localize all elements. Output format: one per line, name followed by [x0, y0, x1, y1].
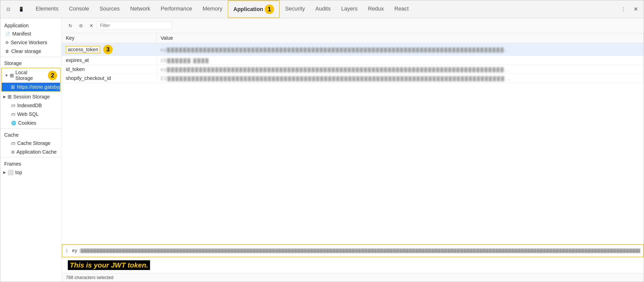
line-number: 1 — [65, 248, 68, 253]
value-cell: ey▓▓▓▓▓▓▓▓▓▓▓▓▓▓▓▓▓▓▓▓▓▓▓▓▓▓▓▓▓▓▓▓▓▓▓▓▓▓… — [156, 43, 644, 56]
main-content: Application 📄 Manifest ⚙ Service Workers… — [0, 18, 644, 282]
sidebar-item-manifest[interactable]: 📄 Manifest — [0, 30, 62, 38]
indexeddb-icon: 🗃 — [11, 103, 15, 108]
idtoken-value-blurred: ey▓▓▓▓▓▓▓▓▓▓▓▓▓▓▓▓▓▓▓▓▓▓▓▓▓▓▓▓▓▓▓▓▓▓▓▓▓▓… — [161, 67, 510, 72]
manifest-icon: 📄 — [5, 32, 10, 36]
clear-storage-icon: 🗑 — [5, 49, 9, 54]
sidebar-item-app-cache[interactable]: ⊞ Application Cache — [0, 148, 62, 156]
preview-pane: 1 ey ▓▓▓▓▓▓▓▓▓▓▓▓▓▓▓▓▓▓▓▓▓▓▓▓▓▓▓▓▓▓▓▓▓▓▓… — [62, 244, 644, 273]
value-cell: 15▓▓▓▓▓▓ ▓▓▓▓ — [156, 56, 644, 65]
annotation-2-badge: 2 — [48, 71, 57, 80]
app-cache-icon: ⊞ — [11, 150, 14, 154]
sidebar-item-clear-storage[interactable]: 🗑 Clear storage — [0, 47, 62, 56]
expires-value-blurred: 15▓▓▓▓▓▓ ▓▓▓▓ — [161, 58, 209, 63]
service-workers-icon: ⚙ — [5, 40, 9, 45]
tab-application[interactable]: Application 1 — [228, 0, 280, 18]
websql-icon: 🗃 — [11, 112, 15, 117]
right-panel: ↻ ⊘ ✕ Key Value — [62, 18, 644, 282]
table-header-row: Key Value — [62, 33, 644, 43]
jwt-annotation-text: This is your JWT token. — [62, 257, 644, 273]
token-preview-value: ey ▓▓▓▓▓▓▓▓▓▓▓▓▓▓▓▓▓▓▓▓▓▓▓▓▓▓▓▓▓▓▓▓▓▓▓▓▓… — [72, 248, 640, 253]
frame-icon: ⬜ — [8, 169, 14, 175]
key-cell: expires_at — [62, 56, 156, 65]
storage-section-title: Storage — [0, 58, 62, 67]
access-token-key: access_token — [66, 46, 100, 53]
tab-layers[interactable]: Layers — [336, 0, 362, 18]
close-devtools-button[interactable]: ✕ — [630, 3, 642, 15]
key-cell: shopify_checkout_id — [62, 74, 156, 83]
cache-storage-icon: 🗃 — [11, 141, 15, 146]
divider-3 — [0, 157, 62, 158]
table-row[interactable]: access_token 3 ey▓▓▓▓▓▓▓▓▓▓▓▓▓▓▓▓▓▓▓▓▓▓▓… — [62, 43, 644, 56]
cookies-icon: 🌐 — [11, 121, 16, 125]
panel-toolbar: ↻ ⊘ ✕ — [62, 18, 644, 33]
status-bar: 788 characters selected — [62, 273, 644, 282]
table-row[interactable]: expires_at 15▓▓▓▓▓▓ ▓▓▓▓ — [62, 56, 644, 65]
tab-bar: ⊡ 📱 Elements Console Sources Network Per… — [0, 0, 644, 18]
expand-arrow-icon: ▼ — [5, 73, 8, 77]
divider-1 — [0, 57, 62, 57]
sidebar-item-service-workers[interactable]: ⚙ Service Workers — [0, 38, 62, 47]
session-expand-arrow-icon: ▶ — [3, 95, 6, 99]
app-section-title: Application — [0, 20, 62, 30]
token-value-blurred: ey▓▓▓▓▓▓▓▓▓▓▓▓▓▓▓▓▓▓▓▓▓▓▓▓▓▓▓▓▓▓▓▓▓▓▓▓▓▓… — [161, 47, 510, 52]
tab-audits[interactable]: Audits — [310, 0, 336, 18]
frames-section-title: Frames — [0, 159, 62, 168]
divider-2 — [0, 128, 62, 129]
frames-arrow-icon: ▶ — [3, 170, 6, 174]
tab-network[interactable]: Network — [125, 0, 155, 18]
col-key-header: Key — [62, 33, 156, 43]
frames-top-expand[interactable]: ▶ ⬜ top — [0, 168, 62, 177]
table-row[interactable]: shopify_checkout_id Z2▓▓▓▓▓▓▓▓▓▓▓▓▓▓▓▓▓▓… — [62, 74, 644, 83]
local-storage-expand[interactable]: ▼ ⊞ Local Storage 2 — [2, 68, 60, 83]
annotation-1-badge: 1 — [265, 5, 274, 14]
annotation-3-badge: 3 — [103, 45, 113, 54]
tab-console[interactable]: Console — [64, 0, 94, 18]
tab-redux[interactable]: Redux — [363, 0, 389, 18]
local-storage-url-icon: ⊞ — [11, 84, 15, 90]
storage-table-container: Key Value access_token 3 — [62, 33, 644, 244]
col-value-header: Value — [156, 33, 644, 43]
session-storage-group: ▶ ⊞ Session Storage — [0, 92, 62, 101]
stop-button[interactable]: ⊘ — [76, 21, 85, 30]
tab-security[interactable]: Security — [280, 0, 310, 18]
token-blurred-part: ▓▓▓▓▓▓▓▓▓▓▓▓▓▓▓▓▓▓▓▓▓▓▓▓▓▓▓▓▓▓▓▓▓▓▓▓▓▓▓▓… — [77, 248, 640, 253]
tab-react[interactable]: React — [389, 0, 414, 18]
more-tabs-button[interactable]: ⋮ — [617, 3, 629, 15]
value-cell: Z2▓▓▓▓▓▓▓▓▓▓▓▓▓▓▓▓▓▓▓▓▓▓▓▓▓▓▓▓▓▓▓▓▓▓▓▓▓▓… — [156, 74, 644, 83]
devtools-icons: ⊡ 📱 — [2, 3, 27, 15]
token-preview-row[interactable]: 1 ey ▓▓▓▓▓▓▓▓▓▓▓▓▓▓▓▓▓▓▓▓▓▓▓▓▓▓▓▓▓▓▓▓▓▓▓… — [62, 244, 644, 257]
storage-table: Key Value access_token 3 — [62, 33, 644, 83]
tab-performance[interactable]: Performance — [156, 0, 197, 18]
filter-input[interactable] — [97, 22, 172, 30]
local-storage-icon: ⊞ — [10, 72, 14, 78]
sidebar-item-cookies[interactable]: 🌐 Cookies — [0, 119, 62, 127]
shopify-value-blurred: Z2▓▓▓▓▓▓▓▓▓▓▓▓▓▓▓▓▓▓▓▓▓▓▓▓▓▓▓▓▓▓▓▓▓▓▓▓▓▓… — [161, 76, 511, 81]
table-row[interactable]: id_token ey▓▓▓▓▓▓▓▓▓▓▓▓▓▓▓▓▓▓▓▓▓▓▓▓▓▓▓▓▓… — [62, 65, 644, 74]
sidebar-item-cache-storage[interactable]: 🗃 Cache Storage — [0, 139, 62, 148]
dock-icon[interactable]: ⊡ — [2, 3, 14, 15]
tab-memory[interactable]: Memory — [198, 0, 227, 18]
value-cell: ey▓▓▓▓▓▓▓▓▓▓▓▓▓▓▓▓▓▓▓▓▓▓▓▓▓▓▓▓▓▓▓▓▓▓▓▓▓▓… — [156, 65, 644, 74]
sidebar-item-websql[interactable]: 🗃 Web SQL — [0, 110, 62, 119]
clear-button[interactable]: ✕ — [87, 21, 96, 30]
sidebar-item-local-storage-url[interactable]: ⊞ https://store.gatsbyjs.org — [2, 83, 60, 91]
local-storage-group: ▼ ⊞ Local Storage 2 ⊞ https://store.gats… — [1, 68, 60, 92]
key-cell: id_token — [62, 65, 156, 74]
session-storage-icon: ⊞ — [8, 94, 12, 100]
key-cell: access_token 3 — [62, 43, 156, 56]
cache-section-title: Cache — [0, 130, 62, 139]
session-storage-expand[interactable]: ▶ ⊞ Session Storage — [0, 92, 62, 101]
sidebar-item-indexeddb[interactable]: 🗃 IndexedDB — [0, 101, 62, 110]
mobile-icon[interactable]: 📱 — [15, 3, 27, 15]
sidebar: Application 📄 Manifest ⚙ Service Workers… — [0, 18, 62, 282]
refresh-button[interactable]: ↻ — [66, 21, 75, 30]
tab-elements[interactable]: Elements — [31, 0, 64, 18]
tab-sources[interactable]: Sources — [94, 0, 124, 18]
